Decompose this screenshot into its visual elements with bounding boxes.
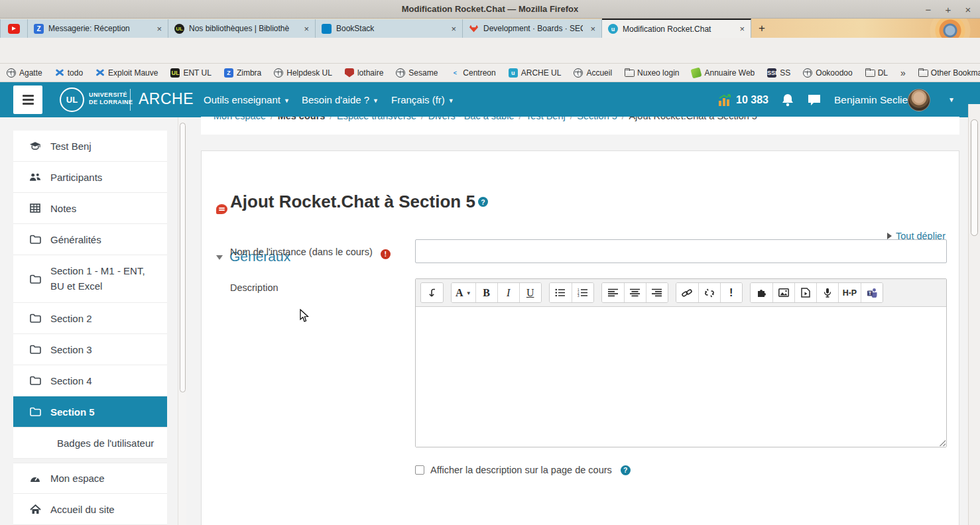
editor-link-button[interactable] — [676, 283, 698, 302]
editor-teams-button[interactable]: T — [861, 283, 883, 302]
breadcrumb-link[interactable]: Espace transverse — [337, 117, 416, 121]
bookmark-arche-ul[interactable]: uARCHE UL — [509, 68, 562, 78]
user-menu-caret-icon[interactable]: ▼ — [948, 82, 955, 117]
editor-record-audio-button[interactable] — [816, 283, 838, 302]
editor-font-button[interactable]: A ▼ — [452, 283, 475, 302]
bookmark-ent-ul[interactable]: ULENT UL — [170, 68, 211, 78]
bookmark-centreon[interactable]: <Centreon — [450, 68, 495, 78]
breadcrumb-strip: Mon espace/Mes cours/Espace transverse/D… — [201, 117, 959, 135]
bookmark-accueil[interactable]: Accueil — [574, 68, 612, 78]
editor-italic-button[interactable]: I — [497, 283, 519, 302]
editor-h5p-button[interactable]: H-P — [838, 283, 861, 302]
bookmark-sesame[interactable]: Sesame — [396, 68, 438, 78]
tab-close-icon[interactable]: × — [587, 24, 595, 34]
editor-align-left-button[interactable] — [602, 283, 624, 302]
messages-icon[interactable] — [807, 82, 822, 117]
stats-counter[interactable]: 10 383 — [718, 82, 768, 117]
editor-media-button[interactable] — [794, 283, 816, 302]
sidebar-item-generalites[interactable]: Généralités — [13, 224, 167, 255]
editor-image-button[interactable] — [772, 283, 794, 302]
tab-close-icon[interactable]: × — [737, 24, 745, 34]
svg-text:3: 3 — [578, 294, 580, 297]
tab-modification-rocketchat-active[interactable]: u Modification Rocket.Chat × — [602, 19, 751, 38]
new-tab-button[interactable]: + — [751, 19, 772, 38]
notifications-bell-icon[interactable] — [781, 82, 794, 117]
tab-close-icon[interactable]: × — [448, 24, 456, 34]
instance-name-input[interactable] — [415, 239, 947, 263]
show-description-checkbox[interactable] — [415, 465, 424, 475]
bookmarks-overflow-button[interactable]: » — [900, 68, 906, 78]
bookmark-exploit-mauve[interactable]: Exploit Mauve — [95, 68, 158, 78]
bookmarks-bar: Agatte todo Exploit Mauve ULENT UL ZZimb… — [0, 64, 980, 82]
chevron-down-icon: ▼ — [284, 97, 290, 104]
editor-unlink-button[interactable] — [698, 283, 720, 302]
bookmark-nuxeo[interactable]: Nuxeo login — [625, 68, 679, 78]
menu-besoin-aide[interactable]: Besoin d'aide ?▼ — [294, 82, 387, 117]
breadcrumb-link[interactable]: Mon espace — [214, 117, 266, 121]
breadcrumb-link[interactable]: Test Benj — [526, 117, 566, 121]
window-minimize-button[interactable]: − — [923, 4, 934, 15]
editor-underline-button[interactable]: U — [519, 283, 541, 302]
drawer-scrollbar-thumb[interactable] — [180, 123, 186, 392]
bookmark-agatte[interactable]: Agatte — [7, 68, 42, 78]
other-bookmarks[interactable]: Other Bookmarks — [918, 68, 980, 78]
users-icon — [29, 172, 41, 182]
window-scrollbar[interactable] — [968, 104, 980, 525]
user-avatar[interactable] — [908, 89, 930, 111]
window-close-button[interactable]: × — [963, 4, 973, 15]
tab-gitlab-boards[interactable]: Development · Boards · SECL × — [463, 19, 602, 38]
breadcrumb-link[interactable]: Section 5 — [577, 117, 617, 121]
help-icon[interactable]: ? — [478, 197, 488, 207]
bookmark-ookoodoo[interactable]: Ookoodoo — [803, 68, 852, 78]
sidebar-toggle-button[interactable] — [13, 86, 42, 114]
drawer-scrollbar[interactable] — [178, 117, 186, 525]
sidebar-item-section2[interactable]: Section 2 — [13, 303, 167, 334]
sidebar-item-section4[interactable]: Section 4 — [13, 365, 167, 396]
window-scrollbar-thumb[interactable] — [971, 119, 978, 236]
sidebar-item-section1[interactable]: Section 1 - M1 - ENT, BU et Excel — [13, 255, 167, 303]
sidebar-item-badges[interactable]: Badges de l'utilisateur — [13, 428, 167, 459]
breadcrumb-link[interactable]: Divers - Bac à sable — [428, 117, 515, 121]
arche-icon: u — [509, 68, 518, 78]
bookmark-helpdesk[interactable]: Helpdesk UL — [274, 68, 332, 78]
bookmark-todo[interactable]: todo — [55, 68, 83, 78]
sidebar-item-notes[interactable]: Notes — [13, 193, 167, 224]
editor-numbered-list-button[interactable]: 123 — [572, 283, 593, 302]
leaf-icon — [691, 67, 702, 78]
resize-handle[interactable] — [938, 439, 946, 446]
editor-collapse-button[interactable] — [421, 283, 443, 302]
sidebar-item-participants[interactable]: Participants — [13, 162, 167, 193]
folder-icon — [918, 68, 928, 78]
sidebar-item-section3[interactable]: Section 3 — [13, 334, 167, 365]
sidebar-item-course[interactable]: Test Benj — [13, 131, 167, 162]
help-icon[interactable]: ? — [621, 465, 631, 475]
description-textarea[interactable] — [416, 307, 946, 447]
editor-bullet-list-button[interactable] — [550, 283, 572, 302]
editor-align-center-button[interactable] — [624, 283, 646, 302]
tab-youtube-pinned[interactable] — [0, 19, 28, 38]
sidebar-item-accueil-site[interactable]: Accueil du site — [13, 494, 167, 525]
tab-bookstack[interactable]: BookStack × — [316, 19, 463, 38]
univ-lorraine-icon: UL — [174, 24, 184, 34]
mouse-cursor — [300, 309, 310, 323]
sidebar-item-mon-espace[interactable]: Mon espace — [13, 463, 167, 494]
tab-bibliotheques[interactable]: UL Nos bibliothèques | Bibliothè × — [168, 19, 316, 38]
menu-outils-enseignant[interactable]: Outils enseignant▼ — [196, 82, 298, 117]
menu-langue[interactable]: Français (fr)▼ — [383, 82, 462, 117]
editor-bold-button[interactable]: B — [475, 283, 497, 302]
editor-align-right-button[interactable] — [646, 283, 668, 302]
editor-plugin-button[interactable] — [751, 283, 772, 302]
sidebar-item-section5-active[interactable]: Section 5 — [13, 396, 167, 428]
tab-close-icon[interactable]: × — [301, 24, 309, 34]
bookmark-lothaire[interactable]: lothaire — [345, 68, 383, 78]
tab-messagerie[interactable]: Z Messagerie: Réception × — [28, 19, 168, 38]
editor-accessibility-button[interactable]: ! — [720, 283, 742, 302]
bookmark-dl[interactable]: DL — [865, 68, 888, 78]
window-maximize-button[interactable]: + — [943, 4, 953, 15]
bookmark-zimbra[interactable]: ZZimbra — [224, 68, 261, 78]
tab-close-icon[interactable]: × — [154, 24, 162, 34]
bookmark-ss[interactable]: SSISS — [767, 68, 790, 78]
bookmark-annuaire[interactable]: Annuaire Web — [692, 68, 755, 78]
user-name[interactable]: Benjamin Seclier — [834, 82, 911, 117]
app-name[interactable]: ARCHE — [139, 90, 194, 108]
